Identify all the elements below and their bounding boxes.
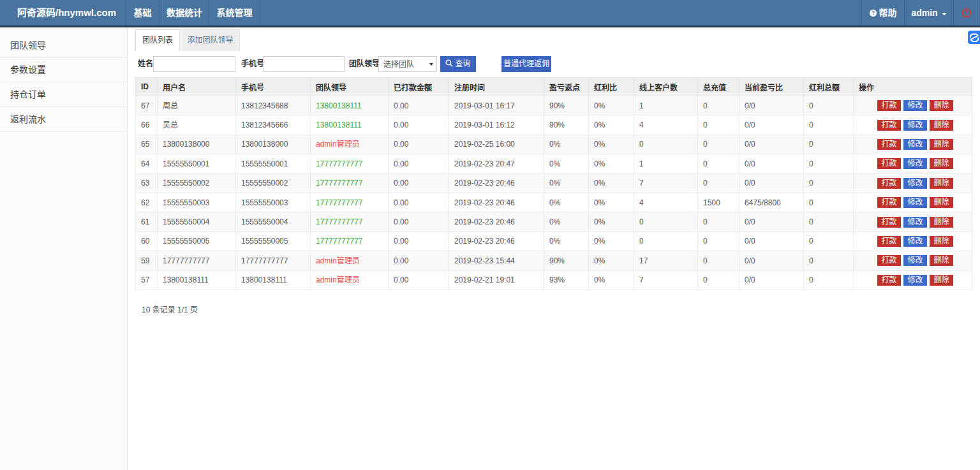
svg-text:?: ? bbox=[871, 10, 874, 16]
